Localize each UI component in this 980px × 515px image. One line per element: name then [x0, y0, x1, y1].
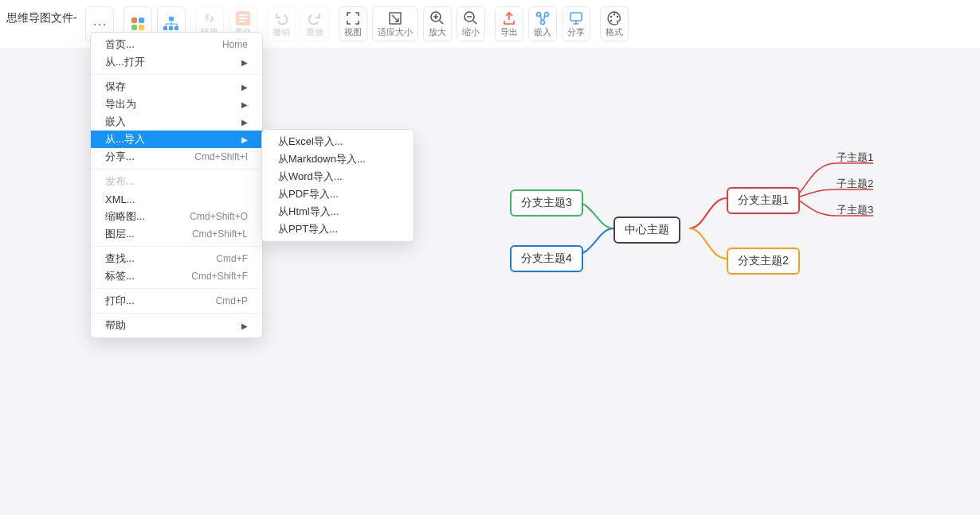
export-label: 导出: [500, 26, 518, 38]
more-icon: ⋯: [92, 16, 107, 32]
squares-icon: [130, 16, 146, 32]
svg-rect-9: [239, 14, 247, 16]
share-button[interactable]: 分享: [562, 6, 590, 41]
view-button[interactable]: 视图: [339, 6, 367, 41]
palette-icon: [606, 10, 622, 26]
chain-icon: [202, 10, 218, 26]
node-branch4[interactable]: 分支主题4: [510, 245, 583, 272]
svg-rect-11: [239, 21, 245, 22]
svg-point-19: [610, 15, 613, 18]
node-sub2[interactable]: 子主题2: [837, 177, 873, 191]
node-sub3[interactable]: 子主题3: [837, 203, 873, 217]
node-branch1[interactable]: 分支主题1: [727, 187, 800, 214]
undo-label: 撤销: [272, 26, 290, 38]
fit-icon: [388, 10, 402, 26]
svg-point-21: [617, 15, 619, 18]
zoom-in-icon: [429, 10, 445, 26]
share-label: 分享: [567, 26, 585, 38]
redo-icon: [307, 10, 323, 26]
svg-rect-5: [163, 26, 167, 30]
format-label: 格式: [606, 26, 623, 38]
undo-button: 撤销: [267, 6, 296, 41]
zoomin-label: 放大: [429, 26, 446, 38]
export-icon: [502, 10, 516, 26]
svg-rect-10: [239, 18, 247, 19]
svg-point-17: [541, 20, 545, 24]
svg-rect-7: [174, 26, 178, 30]
share-icon: [569, 10, 583, 26]
svg-rect-4: [169, 17, 174, 21]
file-title: 思维导图文件-: [5, 3, 83, 25]
redo-label: 重做: [306, 26, 323, 38]
svg-point-20: [613, 13, 616, 15]
embed-label: 嵌入: [534, 26, 551, 38]
zoomout-label: 缩小: [462, 26, 480, 38]
node-branch3[interactable]: 分支主题3: [510, 189, 583, 217]
zoom-out-icon: [463, 10, 479, 26]
fit-button[interactable]: 适应大小: [372, 6, 418, 41]
svg-rect-2: [131, 25, 137, 30]
redo-button: 重做: [300, 6, 329, 41]
undo-icon: [273, 10, 289, 26]
export-button[interactable]: 导出: [495, 6, 523, 41]
svg-rect-18: [570, 13, 582, 21]
node-branch2[interactable]: 分支主题2: [727, 248, 800, 275]
node-center[interactable]: 中心主题: [613, 217, 680, 244]
embed-icon: [535, 10, 551, 26]
mindmap-canvas[interactable]: 中心主题 分支主题3 分支主题4 分支主题1 分支主题2 子主题1 子主题2 子…: [0, 48, 980, 515]
svg-rect-0: [131, 18, 137, 23]
tree-icon: [163, 16, 180, 32]
svg-rect-1: [139, 18, 144, 23]
svg-rect-3: [139, 25, 144, 30]
view-label: 视图: [344, 26, 362, 38]
mindmap-connections: [0, 48, 980, 515]
zoomin-button[interactable]: 放大: [423, 6, 452, 41]
node-sub1[interactable]: 子主题1: [837, 150, 873, 165]
list-icon: [236, 10, 250, 26]
svg-rect-6: [169, 26, 173, 30]
fit-label: 适应大小: [378, 26, 413, 38]
svg-point-22: [610, 19, 613, 21]
embed-button[interactable]: 嵌入: [528, 6, 557, 41]
format-button[interactable]: 格式: [600, 6, 629, 41]
zoomout-button[interactable]: 缩小: [457, 6, 485, 41]
fullscreen-icon: [346, 10, 360, 26]
